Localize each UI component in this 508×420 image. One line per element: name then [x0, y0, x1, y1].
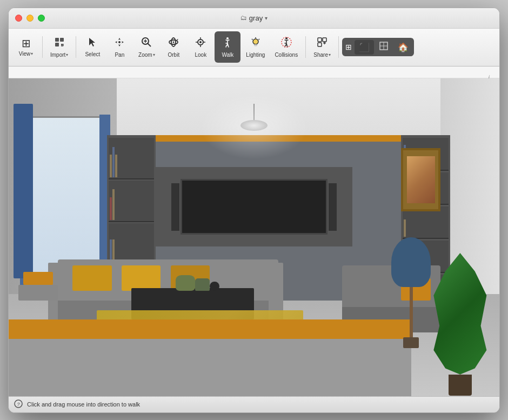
painting	[401, 148, 440, 212]
view-button[interactable]: ⊞ View ▾	[13, 31, 39, 63]
share-button[interactable]: Share ▾	[309, 31, 335, 63]
shelf-row	[109, 181, 155, 222]
svg-rect-0	[55, 38, 59, 42]
view-mode-button[interactable]: ⊞	[343, 41, 354, 53]
book	[112, 189, 115, 220]
lighting-icon	[250, 36, 262, 50]
select-button[interactable]: Select	[79, 31, 105, 63]
maximize-button[interactable]	[38, 15, 45, 22]
light-head	[240, 120, 268, 131]
lamp-shade	[391, 237, 431, 288]
lamp-base	[403, 337, 419, 349]
view-label: View	[19, 51, 31, 57]
svg-rect-1	[60, 38, 64, 42]
svg-rect-27	[318, 43, 322, 46]
select-label: Select	[85, 51, 100, 57]
orbit-button[interactable]: Orbit	[161, 31, 186, 63]
close-button[interactable]	[15, 15, 22, 22]
svg-rect-3	[61, 44, 63, 45]
side-item	[23, 272, 52, 285]
orbit-icon	[168, 36, 179, 50]
minimize-button[interactable]	[26, 15, 34, 22]
svg-line-22	[258, 39, 259, 40]
separator-3	[305, 36, 306, 58]
decoration-1	[195, 278, 210, 291]
look-icon	[195, 36, 206, 50]
import-icon	[54, 36, 65, 50]
cushion-2	[122, 265, 161, 291]
viewport[interactable]	[9, 78, 499, 396]
plant-pot	[449, 375, 472, 396]
view-mode-plan[interactable]	[375, 39, 393, 55]
svg-line-6	[148, 44, 151, 47]
svg-point-19	[253, 39, 258, 44]
svg-point-4	[118, 41, 121, 43]
title-dropdown-arrow[interactable]: ▾	[265, 15, 268, 21]
view-dropdown-arrow: ▾	[31, 51, 33, 56]
walk-label: Walk	[222, 52, 233, 58]
svg-rect-2	[55, 43, 59, 46]
orbit-label: Orbit	[168, 52, 180, 58]
tv-unit	[156, 167, 352, 246]
pan-icon	[113, 36, 125, 50]
lighting-label: Lighting	[246, 52, 265, 58]
traffic-lights	[15, 15, 45, 22]
view-icon: ⊞	[22, 38, 31, 49]
import-button[interactable]: Import ▾	[46, 31, 72, 63]
status-message: Click and drag mouse into direction to w…	[27, 401, 140, 408]
import-label-group: Import ▾	[50, 52, 68, 58]
zoom-button[interactable]: Zoom ▾	[133, 31, 159, 63]
tv-speaker-left	[171, 183, 179, 231]
separator-2	[76, 36, 76, 58]
svg-point-18	[226, 37, 229, 39]
side-table	[18, 285, 58, 301]
separator-4	[338, 36, 339, 58]
view-mode-icon: ⊞	[345, 43, 352, 51]
plant	[431, 253, 490, 396]
view-mode-group: ⊞ ⬛ 🏠	[342, 38, 414, 56]
view-mode-house[interactable]: 🏠	[393, 40, 413, 55]
file-icon: 🗂	[240, 14, 247, 22]
view-mode-perspective[interactable]: ⬛	[355, 40, 374, 55]
svg-rect-26	[323, 38, 326, 42]
share-label-group: Share ▾	[313, 52, 331, 58]
share-label: Share	[313, 52, 328, 58]
zoom-label: Zoom	[138, 52, 152, 58]
walk-button[interactable]: Walk	[215, 31, 240, 63]
app-window: 🗂 gray ▾ ⊞ View ▾	[8, 8, 500, 413]
room-scene	[9, 78, 499, 396]
svg-point-11	[173, 42, 175, 43]
book	[110, 197, 112, 221]
lamp-pole	[410, 287, 413, 337]
titlebar: 🗂 gray ▾	[9, 8, 499, 29]
collisions-icon	[280, 36, 292, 50]
separator-1	[42, 36, 43, 58]
ceiling-light	[238, 104, 270, 136]
pan-button[interactable]: Pan	[106, 31, 132, 63]
book	[112, 147, 115, 178]
shelf-row	[109, 138, 155, 179]
tv-screen	[181, 179, 327, 235]
vase	[176, 275, 195, 291]
svg-text:?: ?	[17, 402, 19, 407]
light-pendant	[253, 104, 255, 120]
svg-point-13	[199, 41, 202, 43]
look-label: Look	[195, 52, 207, 58]
look-button[interactable]: Look	[188, 31, 213, 63]
toolbar: ⊞ View ▾ Import ▾	[9, 29, 499, 66]
svg-rect-25	[318, 38, 322, 42]
zoom-label-group: Zoom ▾	[138, 52, 155, 58]
walk-icon	[222, 36, 233, 50]
book	[404, 219, 406, 237]
curtain-panel-left	[14, 104, 33, 278]
status-bar: ? Click and drag mouse into direction to…	[9, 396, 499, 412]
import-label: Import	[50, 52, 65, 58]
view-label-group: View ▾	[19, 51, 34, 57]
collisions-label: Collisions	[275, 52, 298, 58]
plant-leaves	[431, 253, 490, 375]
import-dropdown-arrow: ▾	[66, 52, 68, 57]
lighting-button[interactable]: Lighting	[242, 31, 269, 63]
shelf-row	[109, 223, 155, 265]
share-dropdown-arrow: ▾	[329, 52, 331, 57]
collisions-button[interactable]: Collisions	[270, 31, 302, 63]
